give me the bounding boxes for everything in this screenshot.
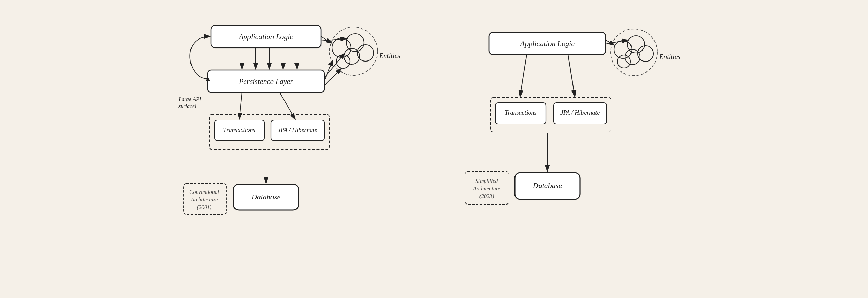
svg-text:(2001): (2001) <box>197 204 211 210</box>
conventional-diagram: Application Logic Persistence Layer Larg… <box>173 15 414 283</box>
svg-text:Transactions: Transactions <box>505 109 536 116</box>
svg-text:Entities: Entities <box>379 52 400 59</box>
simplified-diagram: Application Logic Transactions JPA / Hib… <box>455 15 695 283</box>
svg-text:Conventional: Conventional <box>189 189 219 195</box>
svg-text:Application Logic: Application Logic <box>238 32 293 41</box>
svg-text:Persistence Layer: Persistence Layer <box>238 77 293 86</box>
svg-point-61 <box>617 55 630 68</box>
svg-text:surface!: surface! <box>178 103 196 109</box>
svg-text:Database: Database <box>532 181 562 190</box>
svg-text:JPA / Hibernate: JPA / Hibernate <box>278 126 317 133</box>
svg-text:JPA / Hibernate: JPA / Hibernate <box>560 109 599 116</box>
svg-text:Architecture: Architecture <box>473 186 500 191</box>
svg-text:(2023): (2023) <box>479 193 494 199</box>
svg-text:Entities: Entities <box>659 53 680 60</box>
diagrams-container: Application Logic Persistence Layer Larg… <box>153 1 716 297</box>
svg-text:Transactions: Transactions <box>223 126 255 133</box>
svg-line-38 <box>324 68 342 86</box>
svg-text:Large API: Large API <box>178 96 201 102</box>
svg-point-30 <box>357 45 374 61</box>
svg-line-43 <box>520 55 527 97</box>
svg-text:Database: Database <box>251 192 280 201</box>
svg-point-32 <box>336 55 350 68</box>
svg-line-20 <box>280 92 295 119</box>
svg-line-39 <box>324 53 345 78</box>
svg-line-44 <box>568 55 575 97</box>
svg-text:Application Logic: Application Logic <box>519 39 575 48</box>
svg-text:Simplified: Simplified <box>475 178 498 184</box>
svg-text:Architecture: Architecture <box>190 197 218 202</box>
svg-line-19 <box>239 92 242 119</box>
